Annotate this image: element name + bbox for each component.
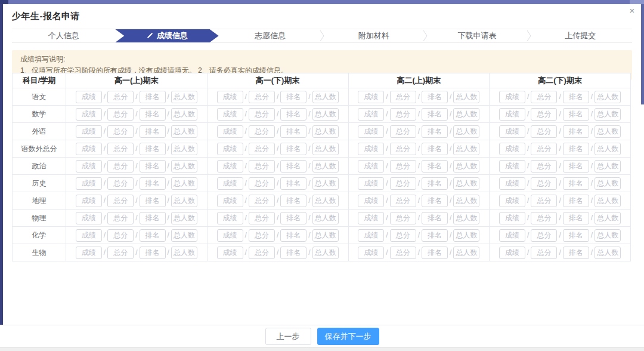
rank-input[interactable] xyxy=(422,160,448,173)
total-score-input[interactable] xyxy=(531,143,557,155)
total-score-input[interactable] xyxy=(107,125,134,138)
rank-input[interactable] xyxy=(140,91,166,103)
score-input[interactable] xyxy=(499,143,525,155)
total-count-input[interactable] xyxy=(453,125,479,138)
total-score-input[interactable] xyxy=(249,91,275,103)
score-input[interactable] xyxy=(76,229,102,242)
score-input[interactable] xyxy=(217,125,243,138)
total-count-input[interactable] xyxy=(453,212,479,224)
step-tab-download-form[interactable]: 下载申请表 xyxy=(425,29,528,42)
rank-input[interactable] xyxy=(563,160,589,173)
rank-input[interactable] xyxy=(563,247,589,259)
total-count-input[interactable] xyxy=(312,143,339,155)
score-input[interactable] xyxy=(499,108,525,121)
save-and-next-button[interactable]: 保存并下一步 xyxy=(317,328,379,346)
total-score-input[interactable] xyxy=(249,212,275,224)
total-count-input[interactable] xyxy=(453,229,479,242)
rank-input[interactable] xyxy=(422,212,448,224)
total-count-input[interactable] xyxy=(171,177,197,190)
score-input[interactable] xyxy=(358,177,384,190)
score-input[interactable] xyxy=(358,143,384,155)
rank-input[interactable] xyxy=(140,125,166,138)
score-input[interactable] xyxy=(217,247,243,259)
total-count-input[interactable] xyxy=(171,125,197,138)
total-count-input[interactable] xyxy=(312,195,339,207)
total-count-input[interactable] xyxy=(312,108,339,121)
rank-input[interactable] xyxy=(563,229,589,242)
total-count-input[interactable] xyxy=(453,195,479,207)
score-input[interactable] xyxy=(499,195,525,207)
total-score-input[interactable] xyxy=(107,177,134,190)
total-score-input[interactable] xyxy=(249,195,275,207)
rank-input[interactable] xyxy=(563,143,589,155)
rank-input[interactable] xyxy=(280,247,306,259)
total-score-input[interactable] xyxy=(107,91,134,103)
score-input[interactable] xyxy=(499,212,525,224)
score-input[interactable] xyxy=(358,247,384,259)
score-input[interactable] xyxy=(76,108,102,121)
score-input[interactable] xyxy=(217,91,243,103)
total-score-input[interactable] xyxy=(531,125,557,138)
rank-input[interactable] xyxy=(140,212,166,224)
rank-input[interactable] xyxy=(563,91,589,103)
close-icon[interactable]: × xyxy=(627,5,637,16)
previous-step-button[interactable]: 上一步 xyxy=(265,328,311,346)
total-count-input[interactable] xyxy=(595,91,621,103)
total-count-input[interactable] xyxy=(312,229,339,242)
total-score-input[interactable] xyxy=(531,160,557,173)
total-count-input[interactable] xyxy=(453,160,479,173)
total-count-input[interactable] xyxy=(453,247,479,259)
total-count-input[interactable] xyxy=(453,177,479,190)
total-count-input[interactable] xyxy=(171,212,197,224)
total-score-input[interactable] xyxy=(390,229,416,242)
score-input[interactable] xyxy=(76,143,102,155)
score-input[interactable] xyxy=(499,160,525,173)
total-count-input[interactable] xyxy=(595,160,621,173)
rank-input[interactable] xyxy=(422,125,448,138)
total-score-input[interactable] xyxy=(107,195,134,207)
rank-input[interactable] xyxy=(280,91,306,103)
total-score-input[interactable] xyxy=(249,177,275,190)
step-tab-score-info[interactable]: 成绩信息 xyxy=(115,29,218,42)
total-count-input[interactable] xyxy=(171,143,197,155)
score-input[interactable] xyxy=(217,177,243,190)
score-input[interactable] xyxy=(76,247,102,259)
score-input[interactable] xyxy=(217,160,243,173)
score-input[interactable] xyxy=(76,212,102,224)
total-score-input[interactable] xyxy=(390,143,416,155)
total-score-input[interactable] xyxy=(249,247,275,259)
score-input[interactable] xyxy=(217,195,243,207)
total-count-input[interactable] xyxy=(595,143,621,155)
score-input[interactable] xyxy=(358,160,384,173)
total-count-input[interactable] xyxy=(595,177,621,190)
score-input[interactable] xyxy=(217,143,243,155)
rank-input[interactable] xyxy=(140,160,166,173)
total-score-input[interactable] xyxy=(107,229,134,242)
rank-input[interactable] xyxy=(422,108,448,121)
rank-input[interactable] xyxy=(140,177,166,190)
total-score-input[interactable] xyxy=(390,125,416,138)
total-score-input[interactable] xyxy=(390,108,416,121)
total-count-input[interactable] xyxy=(171,108,197,121)
score-input[interactable] xyxy=(217,108,243,121)
total-count-input[interactable] xyxy=(312,247,339,259)
total-score-input[interactable] xyxy=(531,91,557,103)
rank-input[interactable] xyxy=(140,229,166,242)
score-input[interactable] xyxy=(76,195,102,207)
step-tab-upload-submit[interactable]: 上传提交 xyxy=(529,29,632,42)
total-score-input[interactable] xyxy=(531,195,557,207)
total-count-input[interactable] xyxy=(595,212,621,224)
rank-input[interactable] xyxy=(140,108,166,121)
score-input[interactable] xyxy=(358,229,384,242)
score-input[interactable] xyxy=(358,108,384,121)
total-count-input[interactable] xyxy=(595,229,621,242)
score-input[interactable] xyxy=(499,229,525,242)
score-input[interactable] xyxy=(76,177,102,190)
total-score-input[interactable] xyxy=(531,212,557,224)
total-count-input[interactable] xyxy=(171,229,197,242)
score-input[interactable] xyxy=(217,229,243,242)
total-score-input[interactable] xyxy=(531,177,557,190)
score-input[interactable] xyxy=(499,247,525,259)
rank-input[interactable] xyxy=(280,177,306,190)
total-score-input[interactable] xyxy=(390,160,416,173)
